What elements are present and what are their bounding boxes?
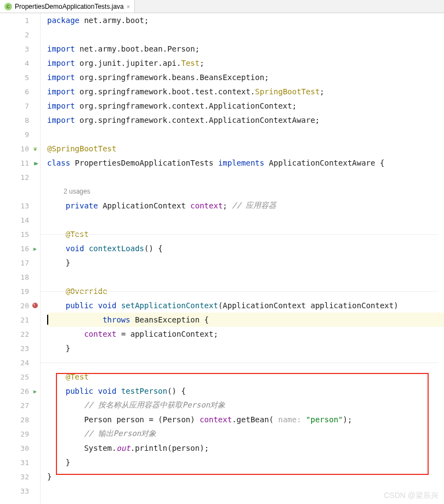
- code-line: [47, 170, 444, 184]
- line-number[interactable]: 33: [0, 484, 40, 498]
- code-line: // 按名称从应用容器中获取Person对象: [47, 398, 444, 412]
- code-line: }: [47, 469, 444, 484]
- code-line: throws BeansException {: [47, 313, 444, 327]
- code-line: public void testPerson() {: [47, 384, 444, 398]
- line-number[interactable]: 19: [0, 284, 40, 298]
- line-number[interactable]: 22: [0, 327, 40, 341]
- code-line: @SpringBootTest: [47, 141, 444, 156]
- line-number[interactable]: 32: [0, 469, 40, 484]
- line-number[interactable]: 7: [0, 99, 40, 113]
- line-number[interactable]: 25: [0, 370, 40, 384]
- line-number[interactable]: 1: [0, 13, 40, 27]
- usages-hint[interactable]: [0, 184, 40, 199]
- line-number[interactable]: 23: [0, 341, 40, 355]
- line-number[interactable]: 18: [0, 270, 40, 284]
- code-line: // 输出Person对象: [47, 427, 444, 441]
- line-number[interactable]: 17: [0, 256, 40, 270]
- line-number[interactable]: 30: [0, 441, 40, 455]
- code-line: System.out.println(person);: [47, 441, 444, 455]
- line-number[interactable]: 20: [0, 298, 40, 313]
- code-line: package net.army.boot;: [47, 13, 444, 27]
- line-number[interactable]: 15: [0, 227, 40, 241]
- line-number[interactable]: 26▶: [0, 384, 40, 398]
- watermark: CSDN @梁辰兴: [384, 491, 439, 501]
- code-line: import org.springframework.context.Appli…: [47, 99, 444, 113]
- gutter: 1 2 3 4 5 6 7 8 9 10❦ 11▶▶ 12 13 14 15 1…: [0, 13, 41, 504]
- code-line: }: [47, 455, 444, 469]
- tab-bar: C PropertiesDemoApplicationTests.java ×: [0, 0, 444, 13]
- line-number[interactable]: 16▶: [0, 241, 40, 256]
- line-number[interactable]: 8: [0, 113, 40, 127]
- spring-icon[interactable]: ❦: [31, 145, 39, 152]
- tab-filename: PropertiesDemoApplicationTests.java: [15, 3, 124, 10]
- code-line: private ApplicationContext context; // 应…: [47, 199, 444, 213]
- line-number[interactable]: 5: [0, 70, 40, 84]
- code-line: context = applicationContext;: [47, 327, 444, 341]
- code-line: [47, 213, 444, 227]
- run-test-icon[interactable]: ▶: [31, 387, 39, 395]
- code-line: import org.junit.jupiter.api.Test;: [47, 56, 444, 70]
- code-line: public void setApplicationContext(Applic…: [47, 298, 444, 313]
- line-number[interactable]: 10❦: [0, 141, 40, 156]
- line-number[interactable]: 9: [0, 127, 40, 141]
- line-number[interactable]: 13: [0, 199, 40, 213]
- line-number[interactable]: 2: [0, 27, 40, 42]
- line-number[interactable]: 6: [0, 84, 40, 99]
- code-line: import org.springframework.context.Appli…: [47, 113, 444, 127]
- line-number[interactable]: 12: [0, 170, 40, 184]
- override-icon[interactable]: [31, 302, 39, 309]
- editor: 1 2 3 4 5 6 7 8 9 10❦ 11▶▶ 12 13 14 15 1…: [0, 13, 444, 504]
- code-line: }: [47, 256, 444, 270]
- code-line: [47, 270, 444, 284]
- code-line: [47, 27, 444, 42]
- code-line: Person person = (Person) context.getBean…: [47, 412, 444, 427]
- line-number[interactable]: 29: [0, 427, 40, 441]
- line-number[interactable]: 14: [0, 213, 40, 227]
- line-number[interactable]: 4: [0, 56, 40, 70]
- line-number[interactable]: 21: [0, 313, 40, 327]
- line-number[interactable]: 24: [0, 355, 40, 370]
- line-number[interactable]: 3: [0, 42, 40, 56]
- code-line: import net.army.boot.bean.Person;: [47, 42, 444, 56]
- usages-inlay[interactable]: 2 usages: [47, 184, 444, 199]
- line-number[interactable]: 31: [0, 455, 40, 469]
- line-number[interactable]: 28: [0, 412, 40, 427]
- code-area[interactable]: package net.army.boot; import net.army.b…: [41, 13, 444, 504]
- code-line: }: [47, 341, 444, 355]
- line-number[interactable]: 27: [0, 398, 40, 412]
- java-class-icon: C: [4, 3, 12, 10]
- code-line: [47, 127, 444, 141]
- line-number[interactable]: 11▶▶: [0, 156, 40, 170]
- run-class-icon[interactable]: ▶▶: [31, 159, 39, 167]
- code-line: class PropertiesDemoApplicationTests imp…: [47, 156, 444, 170]
- run-test-icon[interactable]: ▶: [31, 245, 39, 252]
- code-line: @Test: [47, 370, 444, 384]
- code-line: import org.springframework.beans.BeansEx…: [47, 70, 444, 84]
- code-line: import org.springframework.boot.test.con…: [47, 84, 444, 99]
- close-icon[interactable]: ×: [127, 3, 130, 10]
- file-tab[interactable]: C PropertiesDemoApplicationTests.java ×: [0, 0, 135, 13]
- code-line: void contextLoads() {: [47, 241, 444, 256]
